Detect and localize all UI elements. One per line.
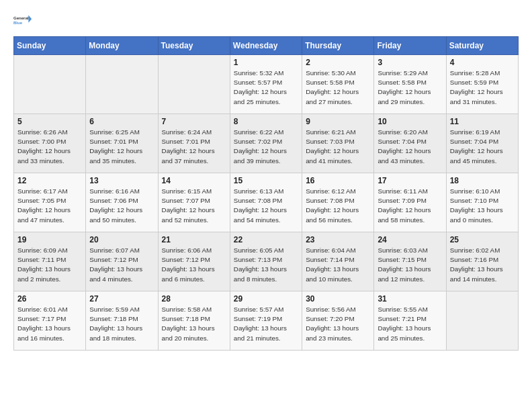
calendar-cell: 18Sunrise: 6:10 AM Sunset: 7:10 PM Dayli… bbox=[446, 173, 518, 232]
day-number: 9 bbox=[306, 117, 370, 126]
day-info: Sunrise: 6:12 AM Sunset: 7:08 PM Dayligh… bbox=[306, 187, 370, 225]
calendar-cell: 11Sunrise: 6:19 AM Sunset: 7:04 PM Dayli… bbox=[446, 114, 518, 173]
weekday-header-sunday: Sunday bbox=[14, 37, 86, 55]
day-info: Sunrise: 6:11 AM Sunset: 7:09 PM Dayligh… bbox=[378, 187, 442, 225]
day-info: Sunrise: 5:32 AM Sunset: 5:57 PM Dayligh… bbox=[234, 68, 298, 107]
calendar-cell: 28Sunrise: 5:58 AM Sunset: 7:18 PM Dayli… bbox=[158, 291, 230, 351]
day-number: 15 bbox=[234, 176, 298, 185]
day-number: 12 bbox=[17, 176, 82, 185]
calendar-cell: 30Sunrise: 5:56 AM Sunset: 7:20 PM Dayli… bbox=[302, 291, 374, 351]
day-info: Sunrise: 5:28 AM Sunset: 5:59 PM Dayligh… bbox=[450, 68, 515, 107]
calendar-cell: 4Sunrise: 5:28 AM Sunset: 5:59 PM Daylig… bbox=[446, 55, 518, 114]
day-number: 11 bbox=[450, 117, 515, 126]
day-number: 30 bbox=[306, 294, 370, 304]
day-info: Sunrise: 6:07 AM Sunset: 7:12 PM Dayligh… bbox=[89, 246, 154, 284]
day-info: Sunrise: 6:17 AM Sunset: 7:05 PM Dayligh… bbox=[17, 187, 82, 225]
day-number: 28 bbox=[162, 294, 226, 304]
day-info: Sunrise: 6:01 AM Sunset: 7:17 PM Dayligh… bbox=[17, 305, 82, 343]
calendar-cell bbox=[14, 55, 86, 114]
calendar-cell: 13Sunrise: 6:16 AM Sunset: 7:06 PM Dayli… bbox=[86, 173, 158, 232]
day-info: Sunrise: 6:20 AM Sunset: 7:04 PM Dayligh… bbox=[378, 128, 442, 166]
weekday-header-thursday: Thursday bbox=[302, 37, 374, 55]
day-info: Sunrise: 6:03 AM Sunset: 7:15 PM Dayligh… bbox=[378, 246, 442, 284]
day-number: 5 bbox=[17, 117, 82, 126]
day-number: 2 bbox=[306, 58, 370, 67]
calendar-cell: 3Sunrise: 5:29 AM Sunset: 5:58 PM Daylig… bbox=[374, 55, 446, 114]
day-info: Sunrise: 6:15 AM Sunset: 7:07 PM Dayligh… bbox=[162, 187, 226, 225]
day-number: 19 bbox=[17, 235, 82, 244]
day-info: Sunrise: 6:22 AM Sunset: 7:02 PM Dayligh… bbox=[234, 128, 298, 166]
day-info: Sunrise: 6:09 AM Sunset: 7:11 PM Dayligh… bbox=[17, 246, 82, 284]
weekday-header-wednesday: Wednesday bbox=[230, 37, 302, 55]
day-number: 22 bbox=[234, 235, 298, 244]
day-info: Sunrise: 5:30 AM Sunset: 5:58 PM Dayligh… bbox=[306, 68, 370, 107]
logo-icon: GeneralBlue bbox=[13, 11, 32, 30]
day-number: 20 bbox=[89, 235, 154, 244]
calendar-week-row: 19Sunrise: 6:09 AM Sunset: 7:11 PM Dayli… bbox=[14, 232, 519, 291]
calendar-cell: 8Sunrise: 6:22 AM Sunset: 7:02 PM Daylig… bbox=[230, 114, 302, 173]
day-info: Sunrise: 6:10 AM Sunset: 7:10 PM Dayligh… bbox=[450, 187, 515, 225]
day-info: Sunrise: 6:24 AM Sunset: 7:01 PM Dayligh… bbox=[162, 128, 226, 166]
calendar-cell: 10Sunrise: 6:20 AM Sunset: 7:04 PM Dayli… bbox=[374, 114, 446, 173]
day-number: 10 bbox=[378, 117, 442, 126]
calendar-cell: 15Sunrise: 6:13 AM Sunset: 7:08 PM Dayli… bbox=[230, 173, 302, 232]
day-number: 3 bbox=[378, 58, 442, 67]
calendar-cell: 14Sunrise: 6:15 AM Sunset: 7:07 PM Dayli… bbox=[158, 173, 230, 232]
day-info: Sunrise: 6:04 AM Sunset: 7:14 PM Dayligh… bbox=[306, 246, 370, 284]
day-info: Sunrise: 5:29 AM Sunset: 5:58 PM Dayligh… bbox=[378, 68, 442, 107]
day-number: 21 bbox=[162, 235, 226, 244]
calendar-cell bbox=[446, 291, 518, 351]
day-info: Sunrise: 6:05 AM Sunset: 7:13 PM Dayligh… bbox=[234, 246, 298, 284]
calendar-header-row: SundayMondayTuesdayWednesdayThursdayFrid… bbox=[14, 37, 519, 55]
calendar-cell: 7Sunrise: 6:24 AM Sunset: 7:01 PM Daylig… bbox=[158, 114, 230, 173]
day-number: 1 bbox=[234, 58, 298, 67]
calendar-cell: 20Sunrise: 6:07 AM Sunset: 7:12 PM Dayli… bbox=[86, 232, 158, 291]
day-number: 7 bbox=[162, 117, 226, 126]
day-number: 8 bbox=[234, 117, 298, 126]
day-number: 6 bbox=[89, 117, 154, 126]
day-number: 31 bbox=[378, 294, 442, 304]
day-info: Sunrise: 5:56 AM Sunset: 7:20 PM Dayligh… bbox=[306, 305, 370, 343]
calendar-week-row: 26Sunrise: 6:01 AM Sunset: 7:17 PM Dayli… bbox=[14, 291, 519, 351]
weekday-header-tuesday: Tuesday bbox=[158, 37, 230, 55]
day-number: 24 bbox=[378, 235, 442, 244]
calendar-cell: 26Sunrise: 6:01 AM Sunset: 7:17 PM Dayli… bbox=[14, 291, 86, 351]
calendar-cell: 23Sunrise: 6:04 AM Sunset: 7:14 PM Dayli… bbox=[302, 232, 374, 291]
calendar-cell: 22Sunrise: 6:05 AM Sunset: 7:13 PM Dayli… bbox=[230, 232, 302, 291]
svg-text:General: General bbox=[13, 16, 29, 20]
day-number: 18 bbox=[450, 176, 515, 185]
day-info: Sunrise: 5:57 AM Sunset: 7:19 PM Dayligh… bbox=[234, 305, 298, 343]
calendar-cell: 6Sunrise: 6:25 AM Sunset: 7:01 PM Daylig… bbox=[86, 114, 158, 173]
calendar-cell: 29Sunrise: 5:57 AM Sunset: 7:19 PM Dayli… bbox=[230, 291, 302, 351]
day-info: Sunrise: 6:25 AM Sunset: 7:01 PM Dayligh… bbox=[89, 128, 154, 166]
calendar-cell: 25Sunrise: 6:02 AM Sunset: 7:16 PM Dayli… bbox=[446, 232, 518, 291]
calendar-cell: 16Sunrise: 6:12 AM Sunset: 7:08 PM Dayli… bbox=[302, 173, 374, 232]
day-info: Sunrise: 6:21 AM Sunset: 7:03 PM Dayligh… bbox=[306, 128, 370, 166]
calendar-week-row: 12Sunrise: 6:17 AM Sunset: 7:05 PM Dayli… bbox=[14, 173, 519, 232]
calendar-cell: 19Sunrise: 6:09 AM Sunset: 7:11 PM Dayli… bbox=[14, 232, 86, 291]
calendar-cell bbox=[158, 55, 230, 114]
calendar-cell: 27Sunrise: 5:59 AM Sunset: 7:18 PM Dayli… bbox=[86, 291, 158, 351]
logo: GeneralBlue bbox=[13, 11, 32, 30]
day-number: 27 bbox=[89, 294, 154, 304]
day-info: Sunrise: 5:55 AM Sunset: 7:21 PM Dayligh… bbox=[378, 305, 442, 343]
calendar-cell: 9Sunrise: 6:21 AM Sunset: 7:03 PM Daylig… bbox=[302, 114, 374, 173]
day-number: 14 bbox=[162, 176, 226, 185]
day-number: 16 bbox=[306, 176, 370, 185]
day-info: Sunrise: 6:26 AM Sunset: 7:00 PM Dayligh… bbox=[17, 128, 82, 166]
weekday-header-friday: Friday bbox=[374, 37, 446, 55]
calendar-cell: 17Sunrise: 6:11 AM Sunset: 7:09 PM Dayli… bbox=[374, 173, 446, 232]
calendar-cell bbox=[86, 55, 158, 114]
day-info: Sunrise: 6:16 AM Sunset: 7:06 PM Dayligh… bbox=[89, 187, 154, 225]
day-info: Sunrise: 5:58 AM Sunset: 7:18 PM Dayligh… bbox=[162, 305, 226, 343]
calendar-week-row: 1Sunrise: 5:32 AM Sunset: 5:57 PM Daylig… bbox=[14, 55, 519, 114]
calendar-cell: 21Sunrise: 6:06 AM Sunset: 7:12 PM Dayli… bbox=[158, 232, 230, 291]
calendar-cell: 12Sunrise: 6:17 AM Sunset: 7:05 PM Dayli… bbox=[14, 173, 86, 232]
calendar-cell: 31Sunrise: 5:55 AM Sunset: 7:21 PM Dayli… bbox=[374, 291, 446, 351]
weekday-header-saturday: Saturday bbox=[446, 37, 518, 55]
svg-marker-2 bbox=[28, 15, 32, 23]
day-info: Sunrise: 6:06 AM Sunset: 7:12 PM Dayligh… bbox=[162, 246, 226, 284]
calendar-cell: 2Sunrise: 5:30 AM Sunset: 5:58 PM Daylig… bbox=[302, 55, 374, 114]
calendar-cell: 1Sunrise: 5:32 AM Sunset: 5:57 PM Daylig… bbox=[230, 55, 302, 114]
page-header: GeneralBlue bbox=[13, 11, 519, 30]
